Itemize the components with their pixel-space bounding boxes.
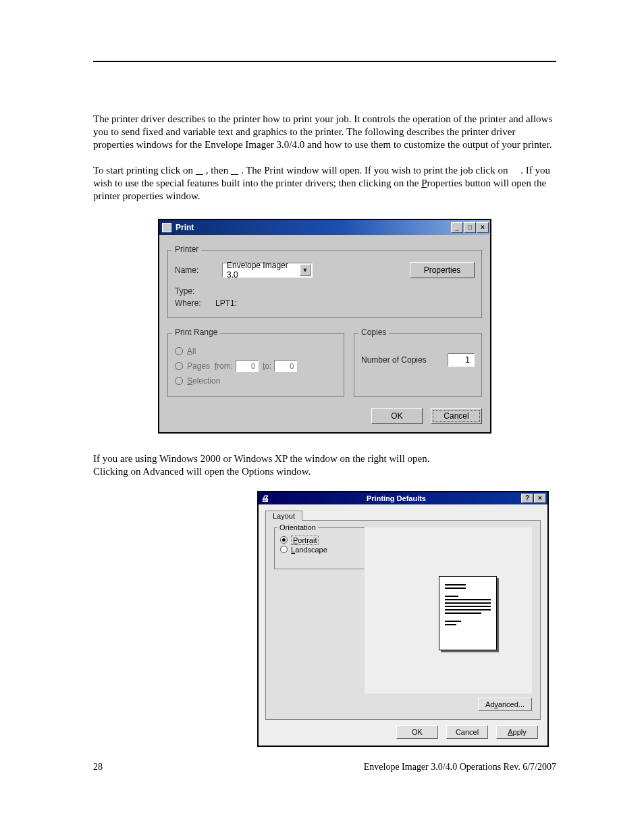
preview-line xyxy=(445,584,466,585)
range-from-input[interactable]: 0 xyxy=(236,360,259,372)
landscape-row[interactable]: Landscape xyxy=(280,546,363,554)
range-selection-row[interactable]: Selection xyxy=(175,376,337,386)
defaults-body: Layout Orientation Portrait Landscape xyxy=(259,504,547,746)
apply-button[interactable]: Apply xyxy=(496,725,538,739)
radio-icon xyxy=(280,546,288,553)
printer-legend: Printer xyxy=(172,244,201,254)
print-range-legend: Print Range xyxy=(172,328,220,337)
t: To start printing click on xyxy=(93,165,196,176)
name-label: Name: xyxy=(175,265,215,275)
radio-icon xyxy=(175,347,183,355)
printer-icon: 🖨 xyxy=(261,494,269,503)
chevron-down-icon[interactable]: ▼ xyxy=(300,264,311,276)
range-selection-label: Selection xyxy=(187,376,220,386)
blank-3 xyxy=(510,165,518,176)
preview-line xyxy=(445,602,491,604)
print-range-group: Print Range All Pages from: 0 to: 0 xyxy=(167,333,344,397)
radio-icon xyxy=(175,362,183,370)
paragraph-3: If you are using Windows 2000 or Windows… xyxy=(93,452,556,465)
copies-label: Number of Copies xyxy=(361,355,427,365)
paragraph-4: Clicking on Advanced will open the Optio… xyxy=(93,465,556,478)
portrait-label: Portrait xyxy=(291,536,319,545)
layout-panel: Orientation Portrait Landscape xyxy=(265,520,541,720)
portrait-row[interactable]: Portrait xyxy=(280,536,363,545)
tab-layout[interactable]: Layout xyxy=(265,511,302,521)
print-dialog-footer: OK Cancel xyxy=(159,401,490,432)
where-label: Where: xyxy=(175,298,215,308)
copies-group: Copies Number of Copies 1 xyxy=(354,333,482,397)
preview-area xyxy=(365,527,532,694)
preview-line xyxy=(445,596,458,597)
print-dialog-body: Printer Name: Envelope Imager 3.0 ▼ Prop… xyxy=(159,235,490,401)
range-to-label: to: xyxy=(263,361,271,371)
print-dialog: Print _ □ × Printer Name: Envelope Image… xyxy=(158,219,491,434)
paragraph-1: The printer driver describes to the prin… xyxy=(93,113,556,152)
page-footer: 28 Envelope Imager 3.0/4.0 Operations Re… xyxy=(93,762,556,773)
range-pages-row[interactable]: Pages from: 0 to: 0 xyxy=(175,360,337,372)
page-number: 28 xyxy=(93,762,103,773)
print-dialog-titlebar[interactable]: Print _ □ × xyxy=(159,220,490,235)
help-button[interactable]: ? xyxy=(521,494,533,503)
close-button[interactable]: × xyxy=(477,222,489,233)
page-preview xyxy=(439,576,497,650)
blank-1 xyxy=(196,165,203,176)
advanced-button[interactable]: Advanced... xyxy=(478,698,532,711)
properties-button[interactable]: Properties xyxy=(410,262,475,278)
where-value: LPT1: xyxy=(215,298,237,308)
printer-select[interactable]: Envelope Imager 3.0 ▼ xyxy=(222,263,313,278)
footer-right: Envelope Imager 3.0/4.0 Operations Rev. … xyxy=(364,762,556,773)
app-icon xyxy=(162,223,171,232)
cancel-button[interactable]: Cancel xyxy=(446,725,488,739)
radio-icon xyxy=(280,536,288,544)
range-all-row[interactable]: All xyxy=(175,346,337,356)
preview-area-wrap: Advanced... xyxy=(378,527,532,712)
range-to-input[interactable]: 0 xyxy=(274,360,297,372)
t: . The Print window will open. If you wis… xyxy=(241,165,510,176)
preview-line xyxy=(445,621,461,622)
preview-line xyxy=(445,609,491,610)
copies-input[interactable]: 1 xyxy=(448,353,475,367)
defaults-footer: OK Cancel Apply xyxy=(265,720,541,740)
cancel-button[interactable]: Cancel xyxy=(431,408,482,424)
paragraph-2: To start printing click on , then . The … xyxy=(93,164,556,203)
preview-line xyxy=(445,613,481,614)
ok-button[interactable]: OK xyxy=(396,725,438,739)
landscape-label: Landscape xyxy=(291,546,327,554)
orientation-legend: Orientation xyxy=(277,523,318,531)
blank-2 xyxy=(231,165,238,176)
preview-line xyxy=(445,588,466,589)
close-button[interactable]: × xyxy=(534,494,546,503)
top-rule xyxy=(93,61,556,62)
defaults-titlebar[interactable]: 🖨 Printing Defaults ? × xyxy=(259,492,547,504)
preview-line xyxy=(445,624,456,625)
maximize-button[interactable]: □ xyxy=(464,222,476,233)
print-dialog-title: Print xyxy=(176,223,450,232)
range-all-label: All xyxy=(187,346,196,356)
radio-icon xyxy=(175,377,183,385)
printer-select-value: Envelope Imager 3.0 xyxy=(227,261,300,280)
t: , then xyxy=(206,165,231,176)
type-label: Type: xyxy=(175,286,215,296)
document-page: The printer driver describes to the prin… xyxy=(0,0,644,800)
ok-button[interactable]: OK xyxy=(371,408,423,424)
preview-line xyxy=(445,599,491,600)
defaults-title: Printing Defaults xyxy=(272,494,520,502)
minimize-button[interactable]: _ xyxy=(451,222,463,233)
printing-defaults-dialog: 🖨 Printing Defaults ? × Layout Orientati… xyxy=(257,491,549,747)
orientation-group: Orientation Portrait Landscape xyxy=(274,527,369,569)
preview-line xyxy=(445,606,491,607)
printer-group: Printer Name: Envelope Imager 3.0 ▼ Prop… xyxy=(167,250,482,318)
copies-legend: Copies xyxy=(358,328,389,337)
range-pages-label: Pages from: xyxy=(187,361,233,371)
